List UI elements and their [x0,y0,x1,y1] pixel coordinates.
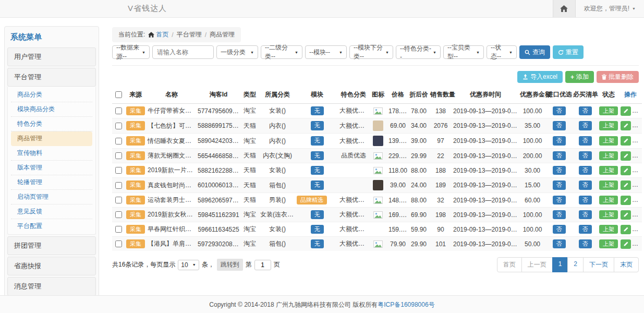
edit-button[interactable] [621,151,631,161]
status-badge[interactable]: 上架 [599,239,618,249]
item-type-select[interactable]: --宝贝类型--▼ [443,45,484,59]
import-excel-button[interactable]: 导入excel [517,71,563,83]
row-checkbox[interactable] [115,167,122,174]
sidebar-item[interactable]: 意见反馈 [11,204,92,219]
sidebar-group[interactable]: 消息管理 [7,277,96,296]
jump-button[interactable]: 跳转到 [217,259,243,271]
status-badge[interactable]: 上架 [599,196,618,205]
edit-button[interactable] [621,225,631,234]
icp-link[interactable]: 粤ICP备16098006号 [378,300,434,309]
select-all-checkbox[interactable] [115,91,122,98]
sidebar-item[interactable]: 商品管理 [11,131,92,146]
page-button[interactable]: 首页 [497,257,522,272]
sidebar-group[interactable]: 拼团管理 [7,236,96,255]
row-checkbox[interactable] [115,240,122,247]
page-button[interactable]: 上一页 [521,257,553,272]
home-button[interactable] [553,0,576,17]
import-optional-badge[interactable]: 否 [553,239,566,249]
import-optional-badge[interactable]: 否 [553,210,566,220]
import-optional-badge[interactable]: 否 [553,180,566,190]
page-size-select[interactable]: 10 ▼ [178,260,199,270]
row-checkbox[interactable] [115,182,122,189]
row-checkbox[interactable] [115,226,122,233]
must-buy-badge[interactable]: 否 [579,239,592,249]
row-checkbox[interactable] [115,138,122,145]
edit-button[interactable] [621,166,631,175]
sidebar-item[interactable]: 宣传物料 [11,146,92,161]
add-button[interactable]: + 添加 [565,71,594,83]
module-badge[interactable]: 无 [311,106,324,116]
must-buy-badge[interactable]: 否 [579,166,592,175]
jump-page-input[interactable] [254,260,271,270]
sidebar-item[interactable]: 平台配置 [11,219,92,233]
edit-button[interactable] [621,239,631,249]
import-optional-badge[interactable]: 否 [553,121,566,130]
must-buy-badge[interactable]: 否 [579,180,592,190]
must-buy-badge[interactable]: 否 [579,151,592,161]
sidebar-item[interactable]: 特色分类 [11,117,92,131]
edit-button[interactable] [621,196,631,205]
status-badge[interactable]: 上架 [599,180,618,190]
status-badge[interactable]: 上架 [599,151,618,161]
edit-button[interactable] [621,210,631,220]
level1-category-select[interactable]: 一级分类▼ [216,45,258,59]
status-badge[interactable]: 上架 [599,136,618,146]
page-button[interactable]: 下一页 [583,257,614,272]
module-select[interactable]: --模块--▼ [305,45,347,59]
status-badge[interactable]: 上架 [599,121,618,130]
module-badge[interactable]: 无 [311,136,324,146]
status-badge[interactable]: 上架 [599,166,618,175]
level2-category-select[interactable]: --二级分类--▼ [261,45,302,59]
search-button[interactable]: 查询 [519,45,550,59]
row-checkbox[interactable] [115,211,122,218]
sidebar-group[interactable]: 平台管理 [7,68,96,87]
status-badge[interactable]: 上架 [599,225,618,234]
breadcrumb-home-link[interactable]: 首页 [148,30,168,39]
data-source-select[interactable]: --数据来源--▼ [112,45,150,59]
module-badge[interactable]: 无 [311,166,324,175]
status-select[interactable]: --状态--▼ [487,45,517,59]
edit-button[interactable] [621,121,631,130]
reset-button[interactable]: 重置 [553,45,584,59]
sidebar-item[interactable]: 模块商品分类 [11,102,92,117]
user-menu[interactable]: 欢迎您，管理员! ▼ [576,4,644,13]
row-checkbox[interactable] [115,123,122,129]
sidebar-item[interactable]: 轮播管理 [11,175,92,190]
product-name-input[interactable] [152,45,214,59]
module-badge[interactable]: 品牌精选 [297,196,327,205]
page-button[interactable]: 2 [567,257,584,272]
edit-button[interactable] [621,106,631,116]
import-optional-badge[interactable]: 否 [553,225,566,234]
module-badge[interactable]: 无 [311,121,324,130]
sidebar-item[interactable]: 商品分类 [11,88,92,102]
module-badge[interactable]: 无 [311,210,324,220]
module-badge[interactable]: 无 [311,180,324,190]
row-checkbox[interactable] [115,152,122,159]
must-buy-badge[interactable]: 否 [579,136,592,146]
sidebar-item[interactable]: 启动页管理 [11,190,92,204]
sidebar-group[interactable]: 用户管理 [7,47,96,66]
must-buy-badge[interactable]: 否 [579,225,592,234]
page-button[interactable]: 末页 [614,257,639,272]
must-buy-badge[interactable]: 否 [579,121,592,130]
import-optional-badge[interactable]: 否 [553,136,566,146]
import-optional-badge[interactable]: 否 [553,151,566,161]
module-badge[interactable]: 无 [311,225,324,234]
row-checkbox[interactable] [115,197,122,203]
module-badge[interactable]: 无 [311,239,324,249]
sidebar-item[interactable]: 版本管理 [11,161,92,175]
sidebar-group[interactable]: 省惠快报 [7,257,96,275]
must-buy-badge[interactable]: 否 [579,210,592,220]
status-badge[interactable]: 上架 [599,106,618,116]
must-buy-badge[interactable]: 否 [579,196,592,205]
module-subcategory-select[interactable]: --模块下分类--▼ [349,45,393,59]
module-badge[interactable]: 无 [311,151,324,161]
page-button[interactable]: 1 [552,257,568,272]
import-optional-badge[interactable]: 否 [553,196,566,205]
batch-delete-button[interactable]: 批量删除 [597,71,639,83]
row-checkbox[interactable] [115,107,122,114]
import-optional-badge[interactable]: 否 [553,166,566,175]
import-optional-badge[interactable]: 否 [553,106,566,116]
status-badge[interactable]: 上架 [599,210,618,220]
must-buy-badge[interactable]: 否 [579,106,592,116]
